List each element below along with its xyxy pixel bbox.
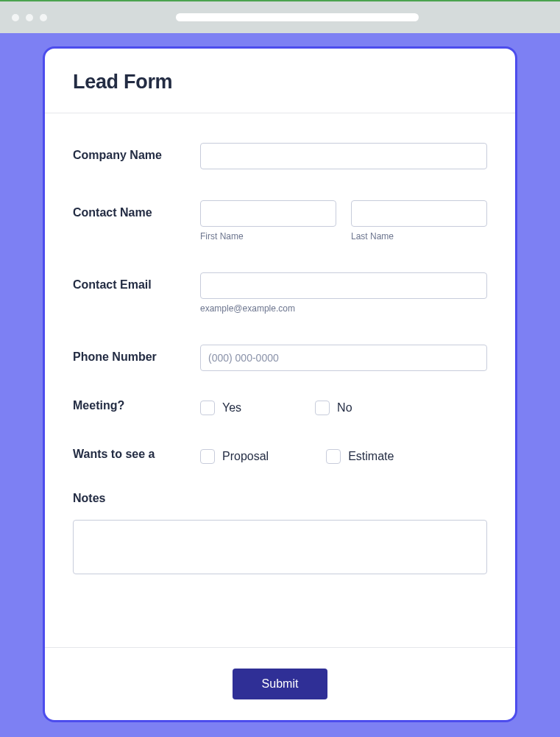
wants-label: Wants to see a [73, 446, 200, 464]
estimate-checkbox[interactable] [326, 449, 341, 464]
proposal-label: Proposal [222, 450, 269, 463]
last-name-sublabel: Last Name [351, 231, 487, 241]
last-name-input[interactable] [351, 200, 487, 227]
window-dot [12, 14, 19, 21]
company-name-label: Company Name [73, 143, 200, 169]
first-name-input[interactable] [200, 200, 336, 227]
meeting-label: Meeting? [73, 398, 200, 415]
contact-name-label: Contact Name [73, 200, 200, 241]
contact-email-sublabel: example@example.com [200, 303, 487, 314]
meeting-yes-checkbox[interactable] [200, 401, 215, 415]
notes-textarea[interactable] [73, 520, 487, 574]
first-name-sublabel: First Name [200, 231, 336, 241]
notes-label: Notes [73, 492, 487, 505]
field-contact-name: Contact Name First Name Last Name [73, 200, 487, 241]
url-bar[interactable] [176, 13, 419, 21]
phone-number-label: Phone Number [73, 345, 200, 371]
field-wants-to-see: Wants to see a Proposal Estimate [73, 446, 487, 464]
form-footer: Submit [45, 647, 515, 720]
window-dot [40, 14, 47, 21]
field-contact-email: Contact Email example@example.com [73, 272, 487, 314]
estimate-label: Estimate [348, 450, 394, 463]
window-dot [26, 14, 33, 21]
form-body: Company Name Contact Name First Name [45, 113, 515, 647]
browser-chrome [0, 0, 560, 33]
proposal-checkbox[interactable] [200, 449, 215, 464]
contact-email-label: Contact Email [73, 272, 200, 314]
lead-form-card: Lead Form Company Name Contact Name Firs… [43, 46, 517, 722]
phone-number-input[interactable] [200, 345, 487, 371]
field-company-name: Company Name [73, 143, 487, 169]
submit-button[interactable]: Submit [233, 669, 328, 699]
field-notes: Notes [73, 492, 487, 577]
form-title: Lead Form [73, 71, 487, 94]
meeting-no-label: No [337, 401, 352, 415]
company-name-input[interactable] [200, 143, 487, 169]
page-background: Lead Form Company Name Contact Name Firs… [0, 33, 560, 737]
field-phone-number: Phone Number [73, 345, 487, 371]
contact-email-input[interactable] [200, 272, 487, 299]
field-meeting: Meeting? Yes No [73, 398, 487, 415]
window-controls [12, 14, 47, 21]
meeting-yes-label: Yes [222, 401, 241, 415]
form-header: Lead Form [45, 49, 515, 113]
meeting-no-checkbox[interactable] [315, 401, 330, 415]
